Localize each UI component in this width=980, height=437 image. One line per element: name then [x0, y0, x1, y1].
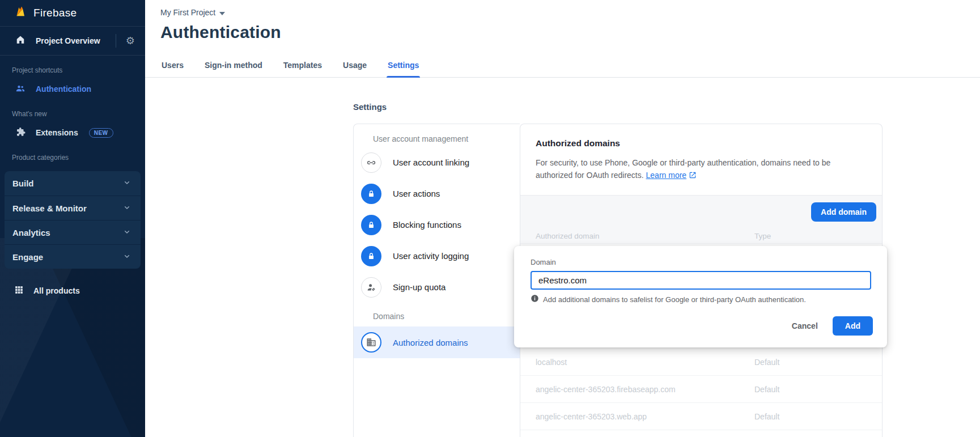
- section-whats-new: What's new: [0, 99, 145, 122]
- firebase-logo[interactable]: Firebase: [0, 0, 145, 27]
- new-badge: NEW: [89, 128, 113, 138]
- settings-section-label: Settings: [353, 102, 387, 112]
- page-title: Authentication: [160, 23, 980, 42]
- learn-more-link[interactable]: Learn more: [646, 171, 687, 180]
- project-overview-label: Project Overview: [36, 36, 100, 45]
- sidebar-item-label: Authentication: [36, 84, 91, 94]
- section-product-categories: Product categories: [0, 143, 145, 166]
- grid-icon: [14, 285, 24, 296]
- lock-icon: [361, 215, 381, 235]
- dialog-helper: Add additional domains to safelist for G…: [531, 294, 871, 304]
- firebase-console: Firebase Project Overview ⚙ Project shor…: [0, 0, 980, 437]
- chevron-down-icon: [122, 252, 131, 262]
- puzzle-icon: [15, 126, 26, 139]
- table-row[interactable]: localhost Default: [520, 349, 882, 376]
- table-row[interactable]: angelic-center-365203.web.app Default: [520, 403, 882, 430]
- add-button[interactable]: Add: [833, 316, 873, 336]
- nav-item-user-actions[interactable]: User actions: [354, 178, 520, 209]
- table-toolbar: Add domain Authorized domain Type: [520, 195, 882, 244]
- home-icon: [15, 34, 26, 48]
- lock-icon: [361, 184, 381, 204]
- cancel-button[interactable]: Cancel: [785, 317, 825, 335]
- nav-item-user-activity-logging[interactable]: User activity logging: [354, 240, 520, 271]
- category-engage[interactable]: Engage: [5, 244, 141, 269]
- chevron-down-icon: [122, 178, 131, 189]
- project-overview-row[interactable]: Project Overview ⚙: [0, 27, 145, 56]
- tab-bar: Users Sign-in method Templates Usage Set…: [160, 61, 420, 77]
- sidebar: Firebase Project Overview ⚙ Project shor…: [0, 0, 145, 437]
- tab-sign-in-method[interactable]: Sign-in method: [203, 61, 264, 77]
- tab-usage[interactable]: Usage: [342, 61, 368, 77]
- table-row[interactable]: angelic-center-365203.firebaseapp.com De…: [520, 376, 882, 403]
- info-icon: [531, 294, 539, 304]
- tab-users[interactable]: Users: [160, 61, 185, 77]
- person-gear-icon: [361, 277, 381, 298]
- column-type: Type: [754, 232, 882, 240]
- type-cell: Default: [754, 412, 882, 421]
- panel-description: For security, to use Phone, Google or th…: [536, 156, 867, 183]
- section-project-shortcuts: Project shortcuts: [0, 56, 145, 79]
- type-cell: Default: [754, 385, 882, 394]
- panel-title: Authorized domains: [536, 138, 867, 149]
- dialog-actions: Cancel Add: [785, 316, 873, 336]
- sidebar-item-authentication[interactable]: Authentication: [0, 79, 145, 99]
- category-group: Build Release & Monitor Analytics Engage: [5, 171, 141, 269]
- nav-group-domains: Domains: [354, 303, 520, 326]
- category-build[interactable]: Build: [5, 171, 141, 196]
- lock-icon: [361, 246, 381, 266]
- category-release-monitor[interactable]: Release & Monitor: [5, 196, 141, 220]
- settings-nav-panel: User account management User account lin…: [353, 124, 520, 437]
- nav-item-authorized-domains[interactable]: Authorized domains: [354, 326, 520, 358]
- dialog-helper-text: Add additional domains to safelist for G…: [543, 295, 806, 304]
- nav-item-user-account-linking[interactable]: User account linking: [354, 147, 520, 178]
- domain-input[interactable]: [531, 271, 871, 290]
- table-header: Authorized domain Type: [520, 228, 882, 244]
- page-header: My First Project Authentication Users Si…: [145, 0, 980, 78]
- breadcrumb-label: My First Project: [160, 8, 215, 17]
- divider: [116, 34, 116, 48]
- tab-settings[interactable]: Settings: [387, 61, 420, 77]
- domain-field-label: Domain: [531, 258, 871, 266]
- external-link-icon: [689, 172, 697, 181]
- sidebar-item-label: All products: [33, 286, 80, 295]
- tab-templates[interactable]: Templates: [282, 61, 323, 77]
- category-analytics[interactable]: Analytics: [5, 220, 141, 244]
- firebase-wordmark: Firebase: [33, 7, 77, 19]
- type-cell: Default: [754, 358, 882, 367]
- caret-down-icon: [219, 8, 225, 17]
- add-domain-dialog: Domain Add additional domains to safelis…: [514, 246, 887, 347]
- building-icon: [361, 332, 381, 353]
- link-icon: [361, 152, 381, 173]
- gear-icon[interactable]: ⚙: [126, 36, 135, 46]
- people-icon: [15, 83, 26, 96]
- domain-cell: angelic-center-365203.firebaseapp.com: [520, 385, 754, 394]
- nav-group-user-account-management: User account management: [354, 124, 520, 147]
- breadcrumb[interactable]: My First Project: [160, 0, 225, 17]
- chevron-down-icon: [122, 203, 131, 214]
- nav-item-blocking-functions[interactable]: Blocking functions: [354, 209, 520, 240]
- domain-cell: angelic-center-365203.web.app: [520, 412, 754, 421]
- firebase-flame-icon: [14, 6, 27, 20]
- authorized-domains-panel: Authorized domains For security, to use …: [520, 124, 883, 437]
- chevron-down-icon: [122, 227, 131, 238]
- sidebar-item-all-products[interactable]: All products: [0, 279, 145, 302]
- domain-cell: localhost: [520, 358, 754, 367]
- add-domain-button[interactable]: Add domain: [811, 202, 876, 222]
- nav-item-sign-up-quota[interactable]: Sign-up quota: [354, 271, 520, 303]
- sidebar-item-extensions[interactable]: Extensions NEW: [0, 122, 145, 143]
- sidebar-item-label: Extensions: [36, 128, 78, 137]
- column-authorized-domain: Authorized domain: [520, 232, 754, 240]
